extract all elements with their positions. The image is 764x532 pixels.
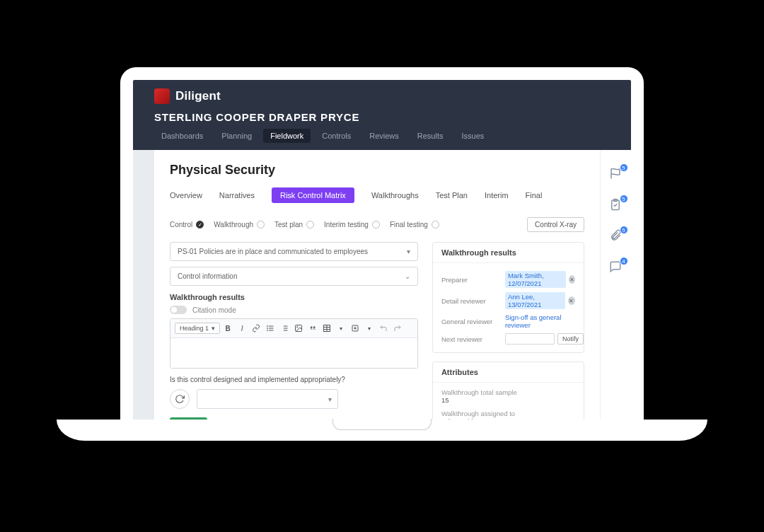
attr-total-sample-label: Walkthrough total sample bbox=[441, 388, 575, 396]
next-reviewer-label: Next reviewer bbox=[441, 335, 505, 343]
attachment-icon[interactable]: 5 bbox=[609, 229, 623, 243]
attr-total-sample-value: 15 bbox=[441, 396, 575, 404]
circle-icon bbox=[257, 221, 265, 229]
brand: Diligent bbox=[154, 88, 610, 104]
preparer-label: Preparer bbox=[441, 276, 505, 284]
nav-issues[interactable]: Issues bbox=[454, 129, 491, 143]
step-walkthrough[interactable]: Walkthrough bbox=[214, 221, 265, 229]
editor-toolbar: Heading 1 ▾ B I bbox=[170, 319, 417, 338]
tab-overview[interactable]: Overview bbox=[170, 191, 202, 200]
tab-interim[interactable]: Interim bbox=[485, 191, 509, 200]
brand-logo-icon bbox=[154, 88, 170, 104]
heading-select[interactable]: Heading 1 ▾ bbox=[175, 323, 220, 334]
undo-icon[interactable] bbox=[377, 322, 390, 335]
walkthrough-results-card-title: Walkthrough results bbox=[433, 243, 584, 263]
editor-textarea[interactable] bbox=[170, 338, 417, 368]
detail-reviewer-value[interactable]: Ann Lee, 13/07/2021 bbox=[505, 292, 565, 309]
detail-reviewer-label: Detail reviewer bbox=[441, 297, 505, 305]
sub-tabs: Overview Narratives Risk Control Matrix … bbox=[170, 187, 584, 203]
step-test-plan-label: Test plan bbox=[274, 221, 303, 229]
design-question-label: Is this control designed and implemented… bbox=[170, 376, 418, 383]
control-information-toggle[interactable]: Control information ⌄ bbox=[170, 267, 418, 286]
step-tracker: Control ✓ Walkthrough Test plan bbox=[170, 221, 439, 229]
check-icon: ✓ bbox=[196, 221, 204, 229]
design-answer-select[interactable]: ▾ bbox=[197, 389, 338, 409]
clipboard-badge: 5 bbox=[620, 195, 628, 203]
refresh-button[interactable] bbox=[170, 389, 190, 409]
remove-preparer-icon[interactable]: ✕ bbox=[569, 275, 575, 284]
step-test-plan[interactable]: Test plan bbox=[274, 221, 314, 229]
nav-controls[interactable]: Controls bbox=[315, 129, 358, 143]
attributes-card-title: Attributes bbox=[433, 362, 584, 383]
step-control[interactable]: Control ✓ bbox=[170, 221, 204, 229]
tab-risk-control-matrix[interactable]: Risk Control Matrix bbox=[272, 187, 354, 203]
flag-badge: 5 bbox=[620, 163, 628, 172]
circle-icon bbox=[432, 221, 439, 229]
nav-fieldwork[interactable]: Fieldwork bbox=[263, 129, 311, 143]
link-icon[interactable] bbox=[250, 322, 262, 335]
heading-select-value: Heading 1 bbox=[180, 325, 209, 332]
tab-narratives[interactable]: Narratives bbox=[219, 191, 255, 200]
general-reviewer-label: General reviewer bbox=[441, 318, 505, 325]
svg-point-5 bbox=[267, 330, 268, 331]
control-xray-button[interactable]: Control X-ray bbox=[527, 217, 584, 232]
step-final-testing[interactable]: Final testing bbox=[390, 221, 439, 229]
brand-name: Diligent bbox=[175, 89, 221, 103]
step-final-testing-label: Final testing bbox=[390, 221, 428, 229]
chevron-down-icon: ⌄ bbox=[405, 272, 410, 280]
next-reviewer-input[interactable] bbox=[505, 333, 555, 345]
walkthrough-results-title: Walkthrough results bbox=[170, 293, 418, 301]
attachment-badge: 5 bbox=[620, 226, 628, 234]
bold-icon[interactable]: B bbox=[221, 322, 234, 335]
flag-icon[interactable]: 5 bbox=[609, 167, 623, 181]
walkthrough-results-card: Walkthrough results Preparer Mark Smith,… bbox=[432, 242, 584, 353]
circle-icon bbox=[372, 221, 380, 229]
right-gutter: 5 5 5 4 bbox=[600, 150, 631, 420]
circle-icon bbox=[306, 221, 314, 229]
svg-point-10 bbox=[297, 327, 299, 328]
redo-icon[interactable] bbox=[391, 322, 404, 335]
bullet-list-icon[interactable] bbox=[264, 322, 277, 335]
step-interim-testing-label: Interim testing bbox=[324, 221, 369, 229]
citation-mode-label: Citation mode bbox=[192, 306, 236, 314]
nav-planning[interactable]: Planning bbox=[214, 129, 259, 143]
svg-point-3 bbox=[267, 326, 268, 327]
notify-button[interactable]: Notify bbox=[557, 333, 584, 345]
caret-down-icon[interactable]: ▾ bbox=[363, 322, 376, 335]
quote-icon[interactable] bbox=[306, 322, 319, 335]
rich-text-editor: Heading 1 ▾ B I bbox=[170, 318, 418, 369]
tab-final[interactable]: Final bbox=[526, 191, 543, 200]
control-select[interactable]: PS-01 Policies are in place and communic… bbox=[170, 242, 418, 261]
citation-mode-toggle[interactable] bbox=[170, 306, 187, 314]
general-reviewer-signoff-link[interactable]: Sign-off as general reviewer bbox=[505, 313, 575, 329]
preparer-value[interactable]: Mark Smith, 12/07/2021 bbox=[505, 271, 566, 288]
caret-down-icon[interactable]: ▾ bbox=[335, 322, 347, 335]
remove-detail-reviewer-icon[interactable]: ✕ bbox=[568, 296, 575, 305]
caret-down-icon: ▾ bbox=[212, 325, 215, 332]
tab-test-plan[interactable]: Test Plan bbox=[436, 191, 468, 200]
left-gutter bbox=[133, 150, 154, 420]
italic-icon[interactable]: I bbox=[236, 322, 248, 335]
attr-assigned-to-label: Walkthrough assigned to bbox=[441, 410, 575, 417]
insert-block-icon[interactable] bbox=[349, 322, 361, 335]
caret-down-icon: ▾ bbox=[328, 395, 332, 403]
numbered-list-icon[interactable] bbox=[278, 322, 291, 335]
step-interim-testing[interactable]: Interim testing bbox=[324, 221, 380, 229]
page-title: Physical Security bbox=[170, 163, 584, 178]
caret-down-icon: ▾ bbox=[407, 248, 410, 255]
company-name: STERLING COOPER DRAPER PRYCE bbox=[154, 111, 610, 123]
control-select-value: PS-01 Policies are in place and communic… bbox=[178, 248, 368, 255]
nav-dashboards[interactable]: Dashboards bbox=[154, 129, 210, 143]
nav-reviews[interactable]: Reviews bbox=[362, 129, 406, 143]
control-information-label: Control information bbox=[178, 272, 237, 280]
clipboard-icon[interactable]: 5 bbox=[609, 198, 623, 212]
nav-results[interactable]: Results bbox=[410, 129, 451, 143]
comment-badge: 4 bbox=[620, 257, 628, 265]
table-icon[interactable] bbox=[320, 322, 333, 335]
svg-point-4 bbox=[267, 328, 268, 329]
tab-walkthroughs[interactable]: Walkthroughs bbox=[371, 191, 419, 200]
main-nav: Dashboards Planning Fieldwork Controls R… bbox=[154, 129, 610, 143]
image-icon[interactable] bbox=[292, 322, 305, 335]
comment-icon[interactable]: 4 bbox=[609, 260, 623, 274]
attributes-card: Attributes Walkthrough total sample 15 W… bbox=[432, 362, 584, 420]
